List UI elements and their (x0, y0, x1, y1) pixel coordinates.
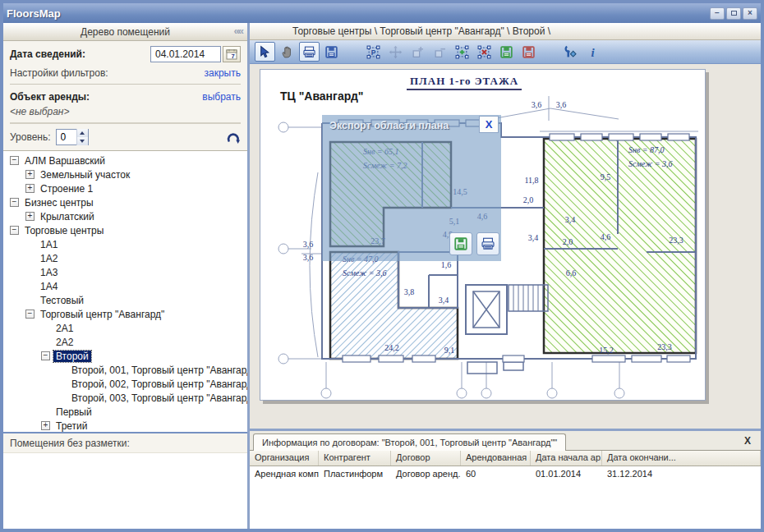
entrance-steps (467, 362, 523, 374)
level-stepper[interactable] (56, 129, 89, 145)
tree-item[interactable]: 1А3 (3, 265, 247, 279)
column-header[interactable]: Договор (391, 451, 461, 466)
filters-section: Дата сведений: 7 Настройки фильтров: (3, 41, 247, 150)
print-button[interactable] (299, 42, 320, 62)
refresh-button[interactable] (226, 130, 241, 144)
dim-label: 3,6 (556, 100, 567, 109)
close-button[interactable]: × (743, 7, 757, 20)
pan-button[interactable] (277, 42, 297, 62)
plan-title: ПЛАН 1-го ЭТАЖА (407, 75, 522, 90)
calendar-button[interactable]: 7 (223, 46, 241, 62)
tree-item[interactable]: +Строение 1 (3, 181, 247, 195)
pan-icon (280, 45, 294, 59)
collapse-panel-button[interactable]: «« (234, 25, 242, 37)
cursor-button[interactable] (255, 42, 275, 62)
date-input[interactable] (150, 46, 221, 62)
expand-icon[interactable]: + (41, 421, 50, 430)
expand-icon[interactable]: + (25, 184, 35, 193)
collapse-icon[interactable]: − (10, 226, 19, 235)
column-header[interactable]: Контрагент (319, 451, 391, 466)
column-header[interactable]: Арендованная ... (461, 451, 531, 466)
add-area-icon (455, 45, 469, 59)
export-save-button[interactable] (449, 232, 472, 255)
cell-counterparty: Пластинформ (319, 466, 391, 482)
dim-label: 23,3 (657, 342, 672, 351)
export-region-button[interactable]: P (363, 42, 384, 62)
column-header[interactable]: Организация (250, 451, 319, 466)
tree-item[interactable]: Тестовый (3, 293, 247, 307)
tree-item[interactable]: −АЛМ Варшавский (3, 154, 247, 167)
level-up-button[interactable] (77, 129, 88, 137)
save-button[interactable] (321, 42, 342, 62)
floor-plan-page: Sнв = 65,1 Sсмеж = 7,2 Sнв = 87,0 Sсмеж … (260, 69, 706, 401)
tree-item[interactable]: −Торговый центр "Авангард" (3, 307, 247, 321)
add-area-button[interactable] (452, 42, 472, 62)
remove-area-button[interactable] (518, 42, 539, 62)
contracts-table: Организация Контрагент Договор Арендован… (250, 451, 761, 529)
collapse-icon[interactable]: − (10, 198, 19, 207)
tree-item[interactable]: −Бизнес центры (3, 195, 247, 209)
tree-item[interactable]: −Второй (3, 349, 247, 363)
dim-label: 24,2 (384, 343, 399, 352)
settings-button[interactable] (560, 42, 581, 62)
tree-item[interactable]: Второй, 003, Торговый центр "Авангард" (3, 391, 247, 405)
expand-icon[interactable]: + (25, 212, 35, 221)
maximize-icon (731, 11, 737, 16)
export-region-overlay[interactable]: Экспорт области плана X (322, 115, 501, 261)
tree-item[interactable]: +Крылатский (3, 209, 247, 223)
info-button[interactable]: i (582, 42, 603, 62)
unmarked-rooms-label: Помещения без разметки: (3, 433, 247, 453)
dim-label: 1,6 (441, 260, 452, 269)
close-filters-link[interactable]: закрыть (205, 67, 241, 79)
contracts-tab[interactable]: Информация по договорам: "Второй, 001, Т… (253, 433, 566, 451)
dim-label: 23,3 (669, 236, 683, 245)
tree-item[interactable]: +Третий (3, 419, 247, 432)
tree-item[interactable]: 2А1 (3, 321, 247, 335)
zoom-out-button (430, 42, 450, 62)
save-area-icon (499, 45, 513, 59)
collapse-icon[interactable]: − (41, 351, 50, 360)
column-header[interactable]: Дата начала ар... (531, 451, 602, 466)
save-area-button[interactable] (496, 42, 517, 62)
collapse-icon[interactable]: − (10, 156, 19, 165)
tree-item[interactable]: Второй, 001, Торговый центр "Авангард" (3, 363, 247, 377)
dim-label: 11,8 (524, 176, 538, 185)
tree-item[interactable]: 1А2 (3, 251, 247, 265)
expand-icon[interactable]: + (25, 170, 35, 179)
dim-label: 2,0 (563, 237, 573, 246)
tree-item[interactable]: 1А4 (3, 279, 247, 293)
dim-label: 2,0 (523, 195, 534, 204)
maximize-button[interactable] (726, 7, 741, 20)
delete-area-button[interactable] (474, 42, 495, 62)
column-header[interactable]: Дата окончани... (602, 451, 761, 466)
tree-item[interactable]: 2А2 (3, 335, 247, 349)
tree-item[interactable]: Второй, 002, Торговый центр "Авангард" (3, 377, 247, 391)
svg-text:7: 7 (231, 53, 234, 60)
cell-contract: Договор аренд... (391, 466, 461, 482)
title-bar: FloorsMap − × (3, 3, 761, 23)
zoom-out-icon (433, 45, 447, 59)
export-print-button[interactable] (476, 232, 499, 255)
minimize-button[interactable]: − (710, 7, 725, 20)
export-close-button[interactable]: X (479, 116, 499, 133)
plan-canvas[interactable]: Sнв = 65,1 Sсмеж = 7,2 Sнв = 87,0 Sсмеж … (250, 64, 761, 429)
info-panel-close-button[interactable]: X (744, 435, 756, 450)
table-row[interactable]: Арендная компа... Пластинформ Договор ар… (250, 466, 761, 482)
level-input[interactable] (57, 131, 76, 143)
breadcrumb: Торговые центры \ Торговый центр "Аванга… (250, 23, 761, 40)
tree-item-label: АЛМ Варшавский (22, 155, 108, 167)
remove-area-icon (522, 45, 536, 59)
tree-item[interactable]: +Земельный участок (3, 167, 247, 181)
tree-item[interactable]: −Торговые центры (3, 223, 247, 237)
level-down-button[interactable] (77, 137, 88, 145)
tree-item[interactable]: Первый (3, 405, 247, 419)
tree-item-label: 1А1 (38, 239, 60, 250)
dim-label: 15,2 (599, 346, 614, 355)
dim-label: 9,1 (444, 346, 455, 355)
tree-item[interactable]: 1А1 (3, 237, 247, 251)
tree-item-label: Тестовый (38, 295, 86, 306)
refresh-icon (226, 130, 241, 144)
collapse-icon[interactable]: − (25, 310, 35, 319)
select-rent-object-link[interactable]: выбрать (202, 91, 241, 103)
tree-item-label: Торговые центры (22, 225, 106, 236)
